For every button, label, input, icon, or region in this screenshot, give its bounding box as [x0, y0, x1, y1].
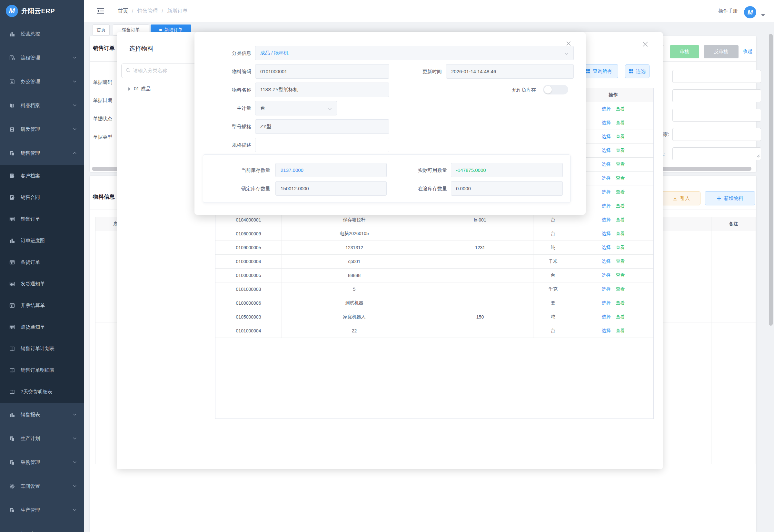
view-link[interactable]: 查看 — [616, 231, 625, 237]
tree-expand-icon[interactable] — [128, 87, 131, 91]
spec-field[interactable] — [255, 138, 389, 152]
unaudit-button[interactable]: 反审核 — [704, 45, 739, 58]
code-field[interactable]: 0101000001 — [255, 64, 389, 79]
locked-stock-field[interactable]: 150012.0000 — [275, 181, 387, 196]
select-link[interactable]: 选择 — [602, 286, 611, 292]
select-link[interactable]: 选择 — [602, 231, 611, 237]
sidebar-item[interactable]: 办公管理 — [0, 70, 84, 94]
view-link[interactable]: 查看 — [616, 272, 625, 278]
add-material-button[interactable]: 新增物料 — [705, 191, 755, 205]
breadcrumb-item[interactable]: 销售管理 — [137, 8, 158, 15]
sidebar-item[interactable]: 订单进度图 — [0, 230, 84, 251]
sidebar-item[interactable]: 采购管理 — [0, 450, 84, 474]
select-link[interactable]: 选择 — [602, 162, 611, 167]
tree-node-finished-goods[interactable]: 01-成品 — [128, 86, 151, 92]
category-select[interactable]: 成品 / 纸杯机 — [255, 46, 574, 60]
sidebar-item[interactable]: 发货通知单 — [0, 273, 84, 295]
view-link[interactable]: 查看 — [616, 189, 625, 195]
available-stock-field[interactable]: -147875.0000 — [451, 163, 563, 177]
sidebar-item[interactable]: 生产管理 — [0, 498, 84, 522]
category-search-input[interactable]: 请输入分类名称 — [121, 64, 201, 78]
breadcrumb-item[interactable]: 首页 — [118, 8, 128, 15]
view-link[interactable]: 查看 — [616, 300, 625, 306]
close-icon[interactable] — [642, 41, 649, 49]
user-menu-caret-icon[interactable] — [761, 14, 765, 16]
select-link[interactable]: 选择 — [602, 245, 611, 251]
sidebar-item[interactable]: 生产计划 — [0, 427, 84, 450]
negative-stock-toggle[interactable] — [543, 85, 568, 94]
order-field[interactable] — [672, 109, 761, 122]
collapse-menu-icon[interactable] — [97, 8, 104, 15]
breadcrumb-item[interactable]: 新增订单 — [167, 8, 188, 15]
updated-field[interactable]: 2026-01-14 14:48:46 — [446, 64, 574, 79]
sidebar-item[interactable]: 流程管理 — [0, 46, 84, 70]
vertical-scrollbar[interactable] — [769, 34, 773, 326]
sidebar-item[interactable]: 研发管理 — [0, 117, 84, 141]
unit-cell: 台 — [533, 227, 573, 241]
sidebar-item[interactable]: 销售订单明细表 — [0, 360, 84, 381]
current-stock-field[interactable]: 2137.0000 — [275, 163, 387, 177]
sidebar-item[interactable]: 客户档案 — [0, 165, 84, 187]
sidebar-item[interactable]: 销售订单计划表 — [0, 338, 84, 360]
select-link[interactable]: 选择 — [602, 259, 611, 264]
view-link[interactable]: 查看 — [616, 162, 625, 167]
tab-0[interactable]: 首页 — [93, 25, 110, 35]
select-link[interactable]: 选择 — [602, 203, 611, 209]
view-link[interactable]: 查看 — [616, 314, 625, 320]
sidebar-item[interactable]: 开票结算单 — [0, 295, 84, 316]
sidebar-item[interactable]: 销售报表 — [0, 403, 84, 427]
sidebar-item[interactable]: 料品档案 — [0, 94, 84, 117]
select-link[interactable]: 选择 — [602, 175, 611, 181]
select-link[interactable]: 选择 — [602, 314, 611, 320]
remark-cell[interactable] — [711, 231, 756, 322]
transit-stock-field[interactable]: 0.0000 — [451, 181, 563, 196]
sidebar-item[interactable]: 销售订单 — [0, 208, 84, 230]
name-field[interactable]: 118S ZY型纸杯机 — [255, 83, 389, 97]
select-link[interactable]: 选择 — [602, 106, 611, 112]
view-link[interactable]: 查看 — [616, 106, 625, 112]
sidebar-item[interactable]: 车间设置 — [0, 474, 84, 498]
model-field[interactable]: ZY型 — [255, 119, 389, 134]
sidebar-item[interactable]: 销售合同 — [0, 187, 84, 208]
view-link[interactable]: 查看 — [616, 134, 625, 140]
sidebar-item[interactable]: 销售管理 — [0, 141, 84, 165]
select-link[interactable]: 选择 — [602, 272, 611, 278]
view-link[interactable]: 查看 — [616, 245, 625, 251]
order-field[interactable] — [672, 70, 761, 83]
view-link[interactable]: 查看 — [616, 203, 625, 209]
sidebar-item[interactable]: 7天交货明细表 — [0, 381, 84, 403]
order-field[interactable] — [672, 89, 761, 102]
view-link[interactable]: 查看 — [616, 259, 625, 264]
sidebar-item[interactable]: 备货订单 — [0, 251, 84, 273]
chevron-down-icon — [73, 412, 77, 418]
select-link[interactable]: 选择 — [602, 120, 611, 126]
view-link[interactable]: 查看 — [616, 328, 625, 334]
view-link[interactable]: 查看 — [616, 286, 625, 292]
select-link[interactable]: 选择 — [602, 217, 611, 223]
select-link[interactable]: 选择 — [602, 148, 611, 153]
select-link[interactable]: 选择 — [602, 134, 611, 140]
import-button[interactable]: 引入 — [662, 191, 700, 205]
order-field[interactable] — [672, 128, 761, 141]
textarea-resize-icon[interactable] — [756, 153, 760, 159]
collapse-link[interactable]: 收起 — [743, 48, 752, 54]
unit-select[interactable]: 台 — [255, 101, 337, 115]
unit-cell: 千克 — [533, 282, 573, 296]
table-icon — [9, 281, 15, 287]
spec-label: 规格描述 — [196, 138, 251, 152]
select-link[interactable]: 选择 — [602, 300, 611, 306]
sidebar-item[interactable]: 加工车间 — [0, 522, 84, 532]
multi-select-button[interactable]: 连选 — [625, 64, 650, 78]
avatar[interactable]: M — [744, 6, 756, 18]
view-link[interactable]: 查看 — [616, 175, 625, 181]
view-link[interactable]: 查看 — [616, 148, 625, 153]
view-link[interactable]: 查看 — [616, 120, 625, 126]
select-link[interactable]: 选择 — [602, 328, 611, 334]
manual-link[interactable]: 操作手册 — [718, 0, 738, 22]
order-textarea[interactable] — [672, 147, 761, 160]
view-link[interactable]: 查看 — [616, 217, 625, 223]
sidebar-item[interactable]: 退货通知单 — [0, 316, 84, 338]
select-link[interactable]: 选择 — [602, 189, 611, 195]
sidebar-item[interactable]: 经营总控 — [0, 22, 84, 46]
audit-button[interactable]: 审核 — [670, 45, 699, 58]
